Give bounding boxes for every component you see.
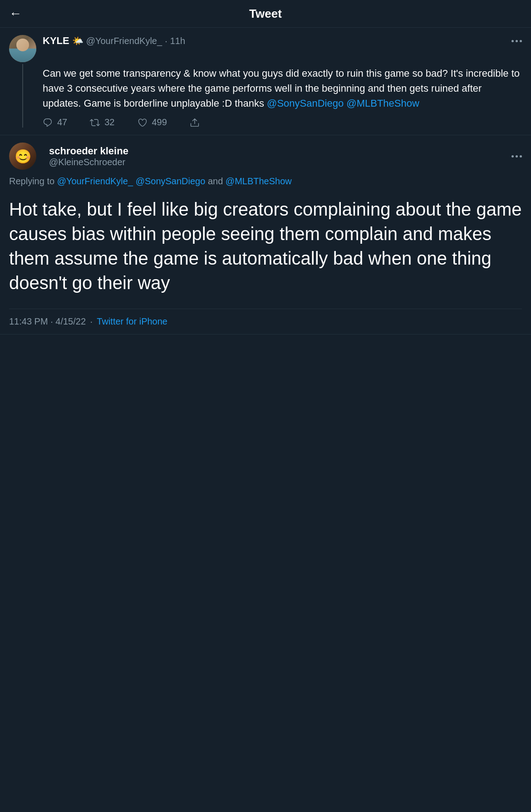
tweet-text: Can we get some transparency & know what… [43, 66, 522, 111]
like-icon [138, 118, 148, 128]
reply-icon [43, 118, 53, 128]
reply-tweet: schroeder kleine @KleineSchroeder Replyi… [0, 135, 531, 335]
tweet-header: KYLE 🌤️ @YourFriendKyle_ · 11h [9, 35, 522, 62]
reply-action[interactable]: 47 [43, 117, 67, 128]
user-name: KYLE [43, 35, 69, 47]
rdot2 [516, 155, 518, 157]
tweet-source[interactable]: Twitter for iPhone [97, 316, 167, 326]
tweet-time: · [165, 36, 167, 46]
avatar-schroeder [9, 143, 36, 170]
tweet-user-info: KYLE 🌤️ @YourFriendKyle_ · 11h [43, 35, 522, 47]
tweet-timestamp: 11:43 PM · 4/15/22 [9, 316, 86, 326]
reply-mention-sony[interactable]: @SonySanDiego [136, 176, 206, 186]
rdot3 [520, 155, 522, 157]
main-tweet-text: Hot take, but I feel like big creators c… [9, 197, 522, 295]
back-button[interactable]: ← [9, 7, 22, 20]
dot3 [520, 40, 522, 42]
replying-to-line: Replying to @YourFriendKyle_ @SonySanDie… [9, 174, 522, 188]
tweet-timestamp-line: 11:43 PM · 4/15/22 · Twitter for iPhone [9, 309, 522, 327]
retweet-count: 32 [104, 117, 114, 128]
retweet-icon [90, 118, 100, 128]
replying-to-label: Replying to [9, 176, 57, 186]
reply-user-handle[interactable]: @KleineSchroeder [49, 157, 511, 167]
original-tweet: KYLE 🌤️ @YourFriendKyle_ · 11h Can we ge… [0, 28, 531, 135]
tweet-body: Can we get some transparency & know what… [43, 64, 522, 128]
thread-line-column [9, 64, 36, 128]
retweet-action[interactable]: 32 [90, 117, 114, 128]
reply-count: 47 [57, 117, 67, 128]
reply-user-name: schroeder kleine [49, 145, 511, 157]
share-icon [190, 118, 200, 128]
reply-tweet-header: schroeder kleine @KleineSchroeder [9, 143, 522, 170]
reply-mention-mlb[interactable]: @MLBTheShow [226, 176, 292, 186]
dot-separator1: · [90, 316, 93, 326]
reply-and: and [205, 176, 225, 186]
dot1 [511, 40, 514, 42]
page-title: Tweet [249, 7, 282, 21]
reply-user-info: schroeder kleine @KleineSchroeder [49, 145, 511, 167]
sun-emoji: 🌤️ [72, 35, 84, 46]
thread-line [22, 64, 23, 128]
rdot1 [511, 155, 514, 157]
like-count: 499 [152, 117, 167, 128]
mention-mlbtheshow[interactable]: @MLBTheShow [346, 98, 419, 109]
avatar-kyle [9, 35, 36, 62]
reply-more-options-button[interactable] [511, 155, 522, 157]
tweet-actions: 47 32 499 [43, 117, 522, 128]
user-handle[interactable]: @YourFriendKyle_ [86, 36, 162, 46]
tweet-user-row: KYLE 🌤️ @YourFriendKyle_ · 11h [43, 35, 522, 47]
reply-mention-kyle[interactable]: @YourFriendKyle_ [57, 176, 133, 186]
mention-sonysandiego[interactable]: @SonySanDiego [267, 98, 344, 109]
like-action[interactable]: 499 [138, 117, 167, 128]
share-action[interactable] [190, 118, 200, 128]
user-name-area: KYLE 🌤️ @YourFriendKyle_ · 11h [43, 35, 185, 47]
dot2 [516, 40, 518, 42]
more-options-button[interactable] [511, 40, 522, 42]
tweet-age: 11h [170, 36, 185, 46]
tweet-header-bar: ← Tweet [0, 0, 531, 28]
tweet-thread-area: Can we get some transparency & know what… [9, 64, 522, 128]
